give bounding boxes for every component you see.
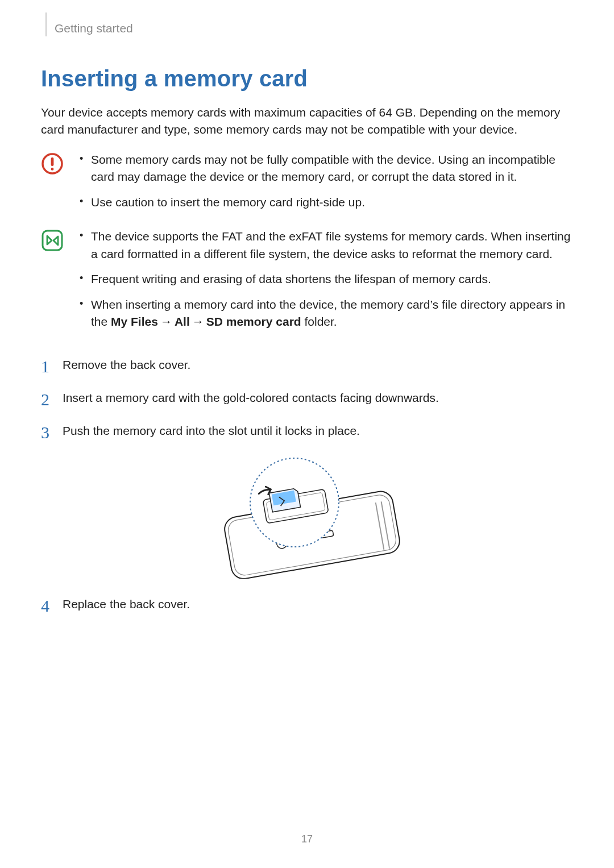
warning-item: Some memory cards may not be fully compa… (77, 151, 573, 186)
running-header: Getting started (45, 13, 573, 36)
path-sd: SD memory card (206, 315, 301, 328)
info-list: The device supports the FAT and the exFA… (77, 228, 573, 330)
path-all: All (175, 315, 190, 328)
arrow-icon: → (158, 315, 175, 328)
info-note: The device supports the FAT and the exFA… (41, 228, 573, 338)
step-item: Replace the back cover. (41, 595, 573, 614)
step-item: Insert a memory card with the gold-color… (41, 388, 573, 408)
svg-rect-1 (51, 157, 54, 166)
warning-note: Some memory cards may not be fully compa… (41, 151, 573, 219)
info-item: Frequent writing and erasing of data sho… (77, 271, 573, 288)
text-fragment: folder. (301, 315, 337, 328)
page-number: 17 (0, 833, 614, 845)
warning-list: Some memory cards may not be fully compa… (77, 151, 573, 211)
note-icon (41, 229, 64, 252)
warning-item: Use caution to insert the memory card ri… (77, 194, 573, 211)
page-title: Inserting a memory card (41, 66, 573, 92)
manual-page: Getting started Inserting a memory card … (0, 0, 614, 868)
step-item: Push the memory card into the slot until… (41, 421, 573, 441)
arrow-icon: → (190, 315, 206, 328)
svg-rect-2 (51, 168, 54, 171)
info-item: The device supports the FAT and the exFA… (77, 228, 573, 263)
path-my-files: My Files (111, 315, 158, 328)
step-item: Remove the back cover. (41, 355, 573, 375)
steps-list-continued: Replace the back cover. (41, 595, 573, 614)
info-item: When inserting a memory card into the de… (77, 296, 573, 331)
memory-card-insert-illustration (41, 454, 573, 579)
steps-list: Remove the back cover. Insert a memory c… (41, 355, 573, 440)
warning-icon (41, 152, 64, 175)
section-label: Getting started (55, 21, 133, 35)
intro-paragraph: Your device accepts memory cards with ma… (41, 104, 573, 139)
